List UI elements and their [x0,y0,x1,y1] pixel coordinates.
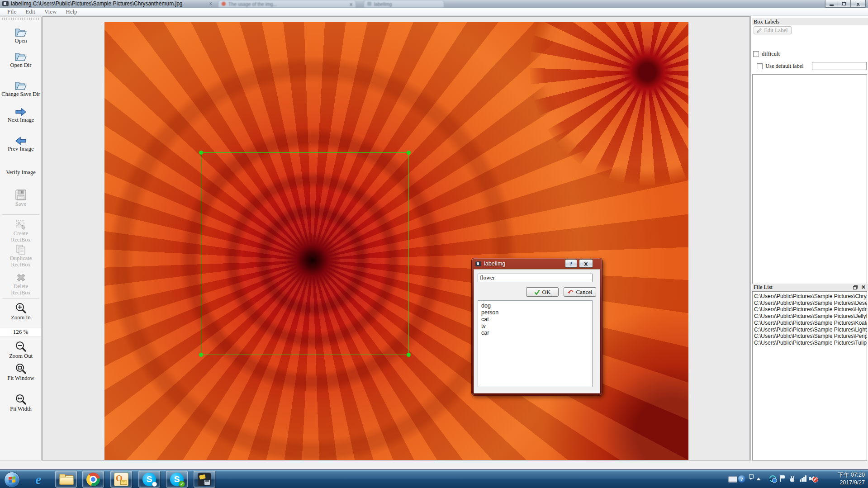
toolbar-item-fit-window[interactable]: Fit Window [0,363,42,381]
file-list-header[interactable]: File List ✕ [752,284,868,291]
labelimg-app-window: labelImg C:\Users\Public\Pictures\Sample… [0,0,868,488]
toolbar-item-open-dir[interactable]: Open Dir [0,51,42,68]
close-icon: x [856,1,859,7]
file-list-item[interactable]: C:\Users\Public\Pictures\Sample Pictures… [754,306,867,313]
show-hidden-icons-button[interactable] [756,478,761,480]
toolbar-item-delete-rectbox: Delete RectBox [0,272,42,296]
tab-close-icon: x [350,1,352,7]
toolbar-item-next-image[interactable]: Next Image [0,107,42,123]
annotation-bounding-box[interactable] [201,152,409,355]
dialog-close-button[interactable]: x [579,259,593,268]
toolbar-item-zoom-out[interactable]: Zoom Out [0,341,42,359]
difficult-checkbox[interactable] [753,51,759,57]
menu-edit[interactable]: Edit [21,8,40,15]
file-list-item[interactable]: C:\Users\Public\Pictures\Sample Pictures… [754,293,867,300]
label-choice[interactable]: car [481,330,589,336]
tab-favicon [222,2,226,6]
box-labels-list[interactable] [752,74,867,294]
float-panel-icon[interactable] [853,285,858,289]
toolbar-item-verify-image[interactable]: Verify Image [0,169,42,175]
windows-taskbar: e O S S✓ ? [0,469,868,488]
cancel-button[interactable]: Cancel [564,287,596,297]
chrome-button[interactable] [82,471,104,488]
menu-bar: File Edit View Help [0,8,868,16]
dialog-title: labelImg [484,261,505,267]
duplicate-icon [15,244,26,255]
toolbar-drag-handle[interactable] [2,18,39,20]
skype-icon: S [142,473,156,486]
close-button[interactable]: x [850,0,866,8]
labelimg-taskbar-button[interactable] [194,471,215,488]
use-default-label-checkbox[interactable] [757,63,763,69]
taskbar-clock[interactable]: 下午 07:20 2017/9/27 [838,471,865,487]
label-choice[interactable]: cat [481,316,589,323]
close-panel-icon[interactable]: ✕ [861,284,866,290]
zoom-in-icon [14,302,27,314]
toolbar-separator [2,298,39,298]
sync-tray-icon[interactable] [769,475,776,482]
label-choice[interactable]: dog [481,303,589,309]
labelimg-icon [475,261,481,266]
window-restore-tray-icon[interactable] [749,474,754,480]
background-browser-tab: labelImg [364,0,444,7]
start-button[interactable] [4,472,20,488]
label-choice[interactable]: tv [481,323,589,330]
tab-favicon [367,2,371,6]
window-titlebar[interactable]: labelImg C:\Users\Public\Pictures\Sample… [0,0,868,8]
default-label-input[interactable] [812,62,867,70]
edit-label-button: Edit Label [754,26,792,34]
label-choices-list[interactable]: dog person cat tv car [478,300,593,387]
dialog-help-button[interactable]: ? [565,259,577,268]
help-tray-icon[interactable]: ? [738,475,745,483]
label-choice[interactable]: person [481,309,589,316]
toolbar-item-fit-width[interactable]: Fit Width [0,393,42,412]
menu-file[interactable]: File [3,8,21,15]
toolbar-item-save: Save [0,189,42,207]
box-labels-header[interactable]: Box Labels [752,18,868,25]
difficult-row: difficult [753,51,780,57]
minimize-button[interactable] [825,0,838,8]
bbox-handle-bottom-right[interactable] [407,353,411,357]
file-list-item[interactable]: C:\Users\Public\Pictures\Sample Pictures… [754,333,867,340]
keyboard-tray-icon[interactable] [728,476,737,483]
file-list-item[interactable]: C:\Users\Public\Pictures\Sample Pictures… [754,327,867,333]
volume-muted-icon[interactable] [809,475,818,483]
network-signal-icon[interactable] [800,475,806,482]
file-list[interactable]: C:\Users\Public\Pictures\Sample Pictures… [752,291,867,460]
skype-button[interactable]: S [138,471,160,488]
label-name-input[interactable] [478,274,593,282]
status-bar [0,460,868,470]
toolbar-item-duplicate-rectbox: Duplicate RectBox [0,244,42,268]
file-list-item[interactable]: C:\Users\Public\Pictures\Sample Pictures… [754,300,867,307]
outlook-button[interactable]: O [110,471,132,488]
restore-button[interactable] [838,0,851,8]
menu-view[interactable]: View [40,8,61,15]
toolbar-item-open[interactable]: Open [0,27,42,44]
floppy-icon [15,189,27,201]
restore-icon [842,2,846,5]
file-list-item[interactable]: C:\Users\Public\Pictures\Sample Pictures… [754,320,867,327]
tools-toolbar: Open Open Dir Change Save Dir Next Image… [0,16,42,460]
bbox-handle-bottom-left[interactable] [199,353,203,357]
file-list-item[interactable]: C:\Users\Public\Pictures\Sample Pictures… [754,313,867,320]
internet-explorer-icon[interactable]: e [30,471,47,487]
toolbar-item-change-save-dir[interactable]: Change Save Dir [0,80,42,97]
bbox-handle-top-left[interactable] [199,151,203,155]
toolbar-item-zoom-in[interactable]: Zoom In [0,302,42,321]
action-center-flag-icon[interactable] [780,475,786,482]
menu-help[interactable]: Help [61,8,81,15]
chrome-icon [86,473,100,486]
windows-explorer-button[interactable] [55,471,77,488]
power-plug-icon[interactable] [790,476,795,482]
toolbar-item-prev-image[interactable]: Prev Image [0,136,42,152]
zoom-out-icon [14,341,27,353]
file-list-item[interactable]: C:\Users\Public\Pictures\Sample Pictures… [754,340,867,346]
skype-signed-in-button[interactable]: S✓ [166,471,188,488]
pencil-icon [756,28,762,33]
minimize-icon [830,5,834,6]
use-default-label-text: Use default label [765,63,804,70]
image-canvas[interactable] [42,16,750,460]
zoom-level-display: 126 % [0,327,41,337]
bbox-handle-top-right[interactable] [407,151,411,155]
ok-button[interactable]: OK [526,287,559,297]
